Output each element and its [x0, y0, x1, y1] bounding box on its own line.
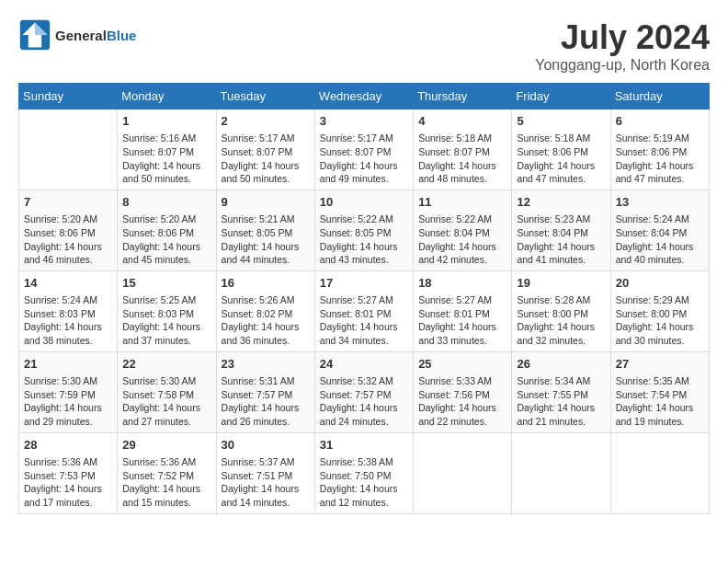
day-number: 22	[122, 356, 210, 373]
calendar-week-row: 28Sunrise: 5:36 AMSunset: 7:53 PMDayligh…	[19, 432, 710, 513]
title-block: July 2024 Yonggang-up, North Korea	[535, 18, 710, 74]
day-info: Sunrise: 5:24 AMSunset: 8:04 PMDaylight:…	[616, 213, 704, 267]
calendar-cell: 29Sunrise: 5:36 AMSunset: 7:52 PMDayligh…	[118, 432, 216, 513]
day-info: Sunrise: 5:26 AMSunset: 8:02 PMDaylight:…	[222, 293, 310, 348]
day-number: 6	[616, 113, 704, 130]
day-number: 13	[616, 194, 704, 211]
calendar-cell: 15Sunrise: 5:25 AMSunset: 8:03 PMDayligh…	[118, 270, 216, 351]
weekday-header-sunday: Sunday	[19, 84, 118, 109]
day-number: 16	[222, 275, 310, 292]
calendar-cell	[512, 432, 610, 513]
day-number: 20	[616, 275, 704, 292]
calendar-header: SundayMondayTuesdayWednesdayThursdayFrid…	[19, 84, 710, 109]
calendar-week-row: 1Sunrise: 5:16 AMSunset: 8:07 PMDaylight…	[19, 109, 710, 190]
day-info: Sunrise: 5:24 AMSunset: 8:03 PMDaylight:…	[24, 293, 112, 348]
logo-text: GeneralBlue	[55, 28, 136, 43]
day-number: 7	[24, 194, 112, 211]
day-number: 14	[24, 275, 112, 292]
day-number: 8	[122, 194, 210, 211]
calendar-body: 1Sunrise: 5:16 AMSunset: 8:07 PMDaylight…	[19, 109, 710, 514]
day-number: 29	[122, 437, 210, 454]
day-number: 26	[517, 356, 605, 373]
day-info: Sunrise: 5:37 AMSunset: 7:51 PMDaylight:…	[222, 455, 310, 510]
day-number: 24	[320, 356, 408, 373]
calendar-cell: 19Sunrise: 5:28 AMSunset: 8:00 PMDayligh…	[512, 270, 610, 351]
calendar-cell: 20Sunrise: 5:29 AMSunset: 8:00 PMDayligh…	[610, 270, 709, 351]
day-info: Sunrise: 5:22 AMSunset: 8:05 PMDaylight:…	[320, 213, 408, 267]
day-number: 21	[24, 356, 112, 373]
calendar-cell	[19, 109, 118, 190]
calendar-cell	[414, 432, 512, 513]
day-info: Sunrise: 5:34 AMSunset: 7:55 PMDaylight:…	[517, 374, 605, 429]
weekday-header-row: SundayMondayTuesdayWednesdayThursdayFrid…	[19, 84, 710, 109]
calendar-cell: 28Sunrise: 5:36 AMSunset: 7:53 PMDayligh…	[19, 432, 118, 513]
day-info: Sunrise: 5:27 AMSunset: 8:01 PMDaylight:…	[418, 293, 506, 348]
logo: GeneralBlue	[18, 18, 136, 52]
day-info: Sunrise: 5:22 AMSunset: 8:04 PMDaylight:…	[418, 213, 506, 267]
calendar-cell: 1Sunrise: 5:16 AMSunset: 8:07 PMDaylight…	[118, 109, 216, 190]
day-info: Sunrise: 5:31 AMSunset: 7:57 PMDaylight:…	[222, 374, 310, 429]
weekday-header-thursday: Thursday	[414, 84, 512, 109]
weekday-header-saturday: Saturday	[610, 84, 709, 109]
day-info: Sunrise: 5:18 AMSunset: 8:07 PMDaylight:…	[418, 132, 506, 186]
day-number: 3	[320, 113, 408, 130]
calendar-cell: 6Sunrise: 5:19 AMSunset: 8:06 PMDaylight…	[610, 109, 709, 190]
day-number: 10	[320, 194, 408, 211]
weekday-header-monday: Monday	[118, 84, 216, 109]
day-info: Sunrise: 5:33 AMSunset: 7:56 PMDaylight:…	[418, 374, 506, 429]
calendar-cell: 14Sunrise: 5:24 AMSunset: 8:03 PMDayligh…	[19, 270, 118, 351]
day-number: 31	[320, 437, 408, 454]
calendar-cell: 30Sunrise: 5:37 AMSunset: 7:51 PMDayligh…	[216, 432, 314, 513]
calendar-cell: 22Sunrise: 5:30 AMSunset: 7:58 PMDayligh…	[118, 351, 216, 432]
day-info: Sunrise: 5:38 AMSunset: 7:50 PMDaylight:…	[320, 455, 408, 510]
day-info: Sunrise: 5:16 AMSunset: 8:07 PMDaylight:…	[122, 132, 210, 186]
logo-icon	[18, 18, 51, 52]
calendar-week-row: 14Sunrise: 5:24 AMSunset: 8:03 PMDayligh…	[19, 270, 710, 351]
day-info: Sunrise: 5:21 AMSunset: 8:05 PMDaylight:…	[222, 213, 310, 267]
day-number: 1	[122, 113, 210, 130]
calendar-cell: 18Sunrise: 5:27 AMSunset: 8:01 PMDayligh…	[414, 270, 512, 351]
day-info: Sunrise: 5:23 AMSunset: 8:04 PMDaylight:…	[517, 213, 605, 267]
day-number: 17	[320, 275, 408, 292]
calendar-cell: 16Sunrise: 5:26 AMSunset: 8:02 PMDayligh…	[216, 270, 314, 351]
day-info: Sunrise: 5:30 AMSunset: 7:59 PMDaylight:…	[24, 374, 112, 429]
calendar-week-row: 7Sunrise: 5:20 AMSunset: 8:06 PMDaylight…	[19, 190, 710, 270]
calendar-week-row: 21Sunrise: 5:30 AMSunset: 7:59 PMDayligh…	[19, 351, 710, 432]
day-number: 27	[616, 356, 704, 373]
day-info: Sunrise: 5:20 AMSunset: 8:06 PMDaylight:…	[24, 213, 112, 267]
weekday-header-friday: Friday	[512, 84, 610, 109]
day-number: 11	[418, 194, 506, 211]
calendar-cell	[610, 432, 709, 513]
day-number: 2	[222, 113, 310, 130]
calendar-cell: 5Sunrise: 5:18 AMSunset: 8:06 PMDaylight…	[512, 109, 610, 190]
day-info: Sunrise: 5:20 AMSunset: 8:06 PMDaylight:…	[122, 213, 210, 267]
day-info: Sunrise: 5:19 AMSunset: 8:06 PMDaylight:…	[616, 132, 704, 186]
day-number: 19	[517, 275, 605, 292]
day-number: 4	[418, 113, 506, 130]
day-info: Sunrise: 5:18 AMSunset: 8:06 PMDaylight:…	[517, 132, 605, 186]
day-info: Sunrise: 5:36 AMSunset: 7:52 PMDaylight:…	[122, 455, 210, 510]
calendar-cell: 21Sunrise: 5:30 AMSunset: 7:59 PMDayligh…	[19, 351, 118, 432]
calendar-cell: 17Sunrise: 5:27 AMSunset: 8:01 PMDayligh…	[314, 270, 413, 351]
month-year-title: July 2024	[535, 18, 710, 57]
day-number: 15	[122, 275, 210, 292]
calendar-cell: 10Sunrise: 5:22 AMSunset: 8:05 PMDayligh…	[314, 190, 413, 270]
day-number: 5	[517, 113, 605, 130]
calendar-cell: 11Sunrise: 5:22 AMSunset: 8:04 PMDayligh…	[414, 190, 512, 270]
calendar-cell: 24Sunrise: 5:32 AMSunset: 7:57 PMDayligh…	[314, 351, 413, 432]
location-subtitle: Yonggang-up, North Korea	[535, 57, 710, 74]
page-header: GeneralBlue July 2024 Yonggang-up, North…	[18, 18, 710, 74]
day-info: Sunrise: 5:30 AMSunset: 7:58 PMDaylight:…	[122, 374, 210, 429]
calendar-cell: 2Sunrise: 5:17 AMSunset: 8:07 PMDaylight…	[216, 109, 314, 190]
calendar-cell: 8Sunrise: 5:20 AMSunset: 8:06 PMDaylight…	[118, 190, 216, 270]
day-number: 23	[222, 356, 310, 373]
day-number: 30	[222, 437, 310, 454]
calendar-cell: 9Sunrise: 5:21 AMSunset: 8:05 PMDaylight…	[216, 190, 314, 270]
day-number: 25	[418, 356, 506, 373]
calendar-cell: 23Sunrise: 5:31 AMSunset: 7:57 PMDayligh…	[216, 351, 314, 432]
calendar-cell: 13Sunrise: 5:24 AMSunset: 8:04 PMDayligh…	[610, 190, 709, 270]
calendar-cell: 31Sunrise: 5:38 AMSunset: 7:50 PMDayligh…	[314, 432, 413, 513]
calendar-cell: 12Sunrise: 5:23 AMSunset: 8:04 PMDayligh…	[512, 190, 610, 270]
day-number: 28	[24, 437, 112, 454]
day-info: Sunrise: 5:28 AMSunset: 8:00 PMDaylight:…	[517, 293, 605, 348]
